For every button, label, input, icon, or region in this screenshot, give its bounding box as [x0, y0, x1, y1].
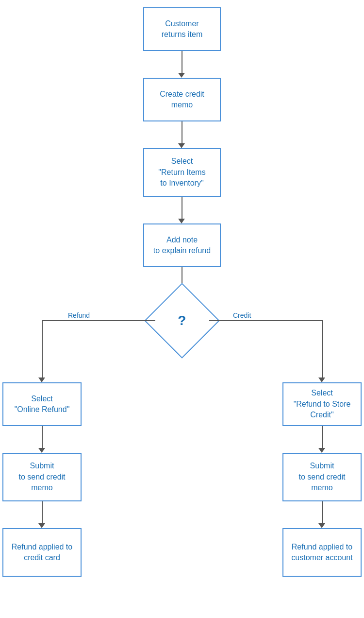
select-return-items-box: Select "Return Items to Inventory" [143, 148, 221, 197]
submit-right-box: Submit to send credit memo [282, 453, 362, 501]
arrowhead-left-6-7 [38, 523, 45, 528]
submit-right-label: Submit to send credit memo [298, 461, 345, 493]
arrowhead-2-3 [178, 143, 185, 148]
arrowhead-1-2 [178, 73, 185, 78]
submit-left-box: Submit to send credit memo [2, 453, 82, 501]
add-note-label: Add note to explain refund [153, 235, 211, 257]
arrowhead-left-branch [38, 378, 45, 382]
customer-returns-label: Customer returns item [162, 18, 202, 40]
arrow-diamond-left-h [42, 320, 155, 321]
refund-credit-card-box: Refund applied to credit card [2, 528, 82, 577]
arrow-right-branch-v [322, 320, 323, 381]
select-online-refund-label: Select "Online Refund" [15, 394, 70, 415]
refund-credit-card-label: Refund applied to credit card [12, 542, 72, 564]
refund-label: Refund [68, 311, 90, 319]
create-credit-memo-box: Create credit memo [143, 78, 221, 121]
decision-diamond-wrap: ? [155, 293, 209, 348]
arrowhead-right-6-7 [318, 523, 325, 528]
refund-customer-account-label: Refund applied to customer account [291, 542, 352, 564]
select-store-credit-label: Select "Refund to Store Credit" [294, 388, 351, 420]
arrowhead-right-branch [318, 378, 325, 382]
select-online-refund-box: Select "Online Refund" [2, 382, 82, 426]
refund-customer-account-box: Refund applied to customer account [282, 528, 362, 577]
select-return-items-label: Select "Return Items to Inventory" [158, 156, 205, 189]
flowchart: Customer returns item Create credit memo… [0, 0, 364, 618]
arrow-left-branch-v [42, 320, 43, 381]
arrowhead-left-5-6 [38, 448, 45, 453]
decision-diamond: ? [144, 283, 220, 359]
submit-left-label: Submit to send credit memo [18, 461, 65, 493]
arrowhead-3-4 [178, 219, 185, 223]
select-store-credit-box: Select "Refund to Store Credit" [282, 382, 362, 426]
arrowhead-right-5-6 [318, 448, 325, 453]
credit-label: Credit [233, 311, 251, 319]
customer-returns-box: Customer returns item [143, 7, 221, 51]
arrow-diamond-right-h [209, 320, 322, 321]
add-note-box: Add note to explain refund [143, 223, 221, 267]
decision-label: ? [178, 313, 186, 328]
create-credit-memo-label: Create credit memo [160, 89, 204, 111]
